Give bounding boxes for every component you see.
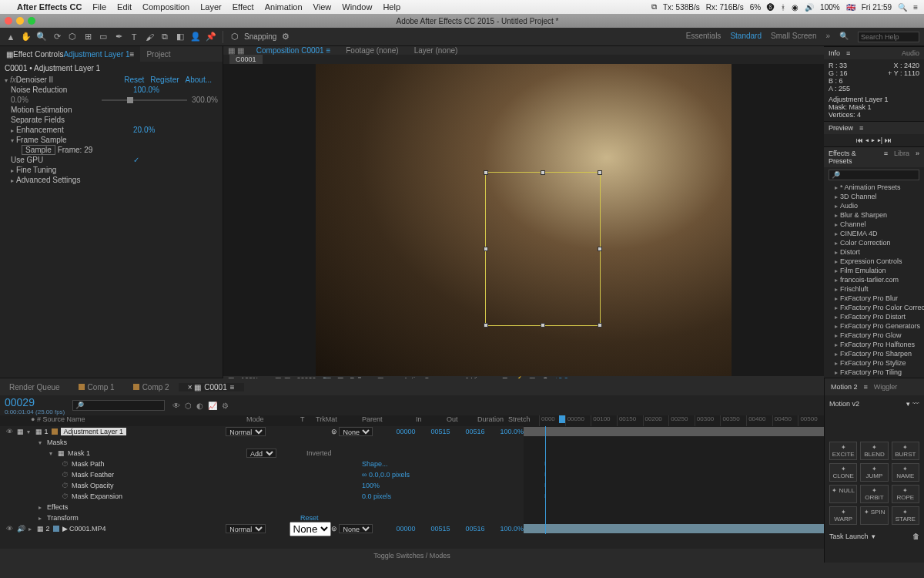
disclosure-icon[interactable] xyxy=(38,514,44,522)
preset-category[interactable]: FxFactory Pro Sharpen xyxy=(824,349,924,358)
tab-render-queue[interactable]: Render Queue xyxy=(0,383,69,391)
ec-prop-label[interactable]: Fine Tuning xyxy=(16,166,133,174)
puppet-tool-icon[interactable]: 📌 xyxy=(205,31,217,43)
tl-shy-icon[interactable]: 👁 xyxy=(172,402,180,410)
hand-tool-icon[interactable]: ✋ xyxy=(20,31,32,43)
tab-c0001[interactable]: × ▦ C0001 ≡ xyxy=(179,383,244,391)
visibility-icon[interactable]: 👁 xyxy=(6,525,14,533)
preset-category[interactable]: FxFactory Pro Halftones xyxy=(824,340,924,349)
tl-draft-icon[interactable]: ⚙ xyxy=(222,402,229,410)
tab-audio[interactable]: Audio xyxy=(902,49,919,57)
tl-mb-icon[interactable]: ◐ xyxy=(196,402,203,410)
mask-prop-label[interactable]: Mask Opacity xyxy=(72,482,114,489)
preview-last-icon[interactable]: ⏭ xyxy=(885,136,892,144)
workspace-standard[interactable]: Standard xyxy=(730,32,762,42)
mask-handle[interactable] xyxy=(541,323,545,328)
motion-excite-button[interactable]: ✦ EXCITE xyxy=(829,442,857,460)
ec-prop-label[interactable]: Advanced Settings xyxy=(16,176,133,184)
preview-next-icon[interactable]: ▶| xyxy=(877,136,882,144)
ec-prop-value[interactable]: ✓ xyxy=(133,156,218,164)
tl-fx-icon[interactable]: ⬡ xyxy=(185,402,192,410)
eraser-tool-icon[interactable]: ◧ xyxy=(174,31,186,43)
parent-select[interactable]: None xyxy=(339,427,373,436)
layer-disclosure-icon[interactable] xyxy=(28,525,34,533)
menubar-bluetooth-icon[interactable]: ᚼ xyxy=(781,3,785,12)
ec-prop-label[interactable]: Sample Frame: 29 xyxy=(22,146,133,154)
preview-play-icon[interactable]: ▶ xyxy=(871,136,875,144)
layer-name[interactable]: Adjustment Layer 1 xyxy=(61,428,127,435)
disclosure-icon[interactable] xyxy=(11,126,16,134)
tab-motion2[interactable]: Motion 2 xyxy=(825,383,864,391)
blend-mode-select[interactable]: Normal xyxy=(226,524,266,533)
fx-reset-link[interactable]: Reset xyxy=(124,76,144,84)
transform-reset-link[interactable]: Reset xyxy=(300,514,319,522)
disclosure-icon[interactable] xyxy=(38,503,44,511)
stopwatch-icon[interactable]: ⏱ xyxy=(62,471,69,479)
composition-viewer[interactable] xyxy=(223,64,824,376)
motion-burst-button[interactable]: ✦ BURST xyxy=(892,442,919,460)
menu-window[interactable]: Window xyxy=(342,2,372,12)
preset-category[interactable]: CINEMA 4D xyxy=(824,229,924,238)
preset-category[interactable]: Film Emulation xyxy=(824,266,924,275)
mask-mode-select[interactable]: Add xyxy=(246,449,276,458)
pen-tool-icon[interactable]: ✒ xyxy=(112,31,125,43)
disclosure-icon[interactable] xyxy=(11,136,16,144)
brush-tool-icon[interactable]: 🖌 xyxy=(143,31,156,43)
preset-category[interactable]: Expression Controls xyxy=(824,257,924,266)
tl-graph-icon[interactable]: 📈 xyxy=(208,402,217,410)
disclosure-icon[interactable] xyxy=(38,439,44,446)
app-name[interactable]: After Effects CC xyxy=(17,2,82,12)
tab-project[interactable]: Project xyxy=(140,46,176,62)
menu-animation[interactable]: Animation xyxy=(265,2,303,12)
motion-null-button[interactable]: ✦ NULL xyxy=(829,485,857,503)
motion-rope-button[interactable]: ✦ ROPE xyxy=(892,485,919,503)
menu-effect[interactable]: Effect xyxy=(233,2,254,12)
parent-select[interactable]: None xyxy=(339,524,373,533)
motion-warp-button[interactable]: ✦ WARP xyxy=(829,506,857,525)
tab-preview[interactable]: Preview xyxy=(829,124,853,132)
workspace-more-icon[interactable]: » xyxy=(825,32,830,42)
workspace-essentials[interactable]: Essentials xyxy=(686,32,721,42)
mask-prop-value[interactable]: 0.0 pixels xyxy=(362,492,391,500)
spotlight-icon[interactable]: 🔍 xyxy=(898,3,907,12)
snapping-label[interactable]: Snapping xyxy=(244,32,276,41)
preset-category[interactable]: FxFactory Pro Tiling xyxy=(824,368,924,377)
menubar-volume-icon[interactable]: 🔊 xyxy=(805,3,814,12)
preset-category[interactable]: Color Correction xyxy=(824,238,924,247)
mask-prop-value[interactable]: Shape... xyxy=(362,460,388,468)
mask-handle[interactable] xyxy=(598,247,602,251)
preview-prev-icon[interactable]: ◀ xyxy=(865,136,869,144)
ec-prop-value[interactable]: 100.0% xyxy=(133,86,218,94)
timeline-search-input[interactable] xyxy=(72,400,165,411)
shape-tool-icon[interactable]: ▭ xyxy=(97,31,109,43)
ec-prop-label[interactable]: Noise Reduction xyxy=(11,86,133,94)
stopwatch-icon[interactable]: ⏱ xyxy=(62,492,69,500)
preset-category[interactable]: * Animation Presets xyxy=(824,183,924,192)
menu-composition[interactable]: Composition xyxy=(142,2,189,12)
preset-category[interactable]: FxFactory Pro Glow xyxy=(824,331,924,340)
ec-prop-label[interactable]: Enhancement xyxy=(16,126,133,134)
menu-edit[interactable]: Edit xyxy=(117,2,132,12)
ec-prop-label[interactable]: Use GPU xyxy=(11,156,133,164)
selection-tool-icon[interactable]: ▲ xyxy=(5,31,17,43)
mask-handle[interactable] xyxy=(484,170,488,175)
tab-info[interactable]: Info xyxy=(829,49,840,57)
mask-handle[interactable] xyxy=(484,323,488,328)
mask-bounding-box[interactable] xyxy=(485,172,601,326)
motion-stare-button[interactable]: ✦ STARE xyxy=(892,506,919,525)
zoom-button[interactable] xyxy=(28,17,35,25)
layer-name[interactable]: ▶ C0001.MP4 xyxy=(62,525,106,533)
tab-composition[interactable]: Composition C0001 ≡ xyxy=(249,46,338,55)
motion-jump-button[interactable]: ✦ JUMP xyxy=(860,463,888,482)
tab-effects-presets[interactable]: Effects & Presets xyxy=(829,150,878,165)
zoom-tool-icon[interactable]: 🔍 xyxy=(35,31,48,43)
ec-prop-label[interactable]: Motion Estimation xyxy=(11,106,133,114)
disclosure-icon[interactable] xyxy=(11,166,16,174)
comp-subtab[interactable]: C0001 xyxy=(229,55,263,64)
mask-handle[interactable] xyxy=(598,170,602,175)
snap-opts-icon[interactable]: ⚙ xyxy=(280,31,292,43)
motion-name-button[interactable]: ✦ NAME xyxy=(892,463,919,482)
ec-prop-label[interactable]: Frame Sample xyxy=(16,136,133,144)
menubar-battery[interactable]: 100% xyxy=(820,3,840,12)
disclosure-icon[interactable] xyxy=(11,176,16,184)
